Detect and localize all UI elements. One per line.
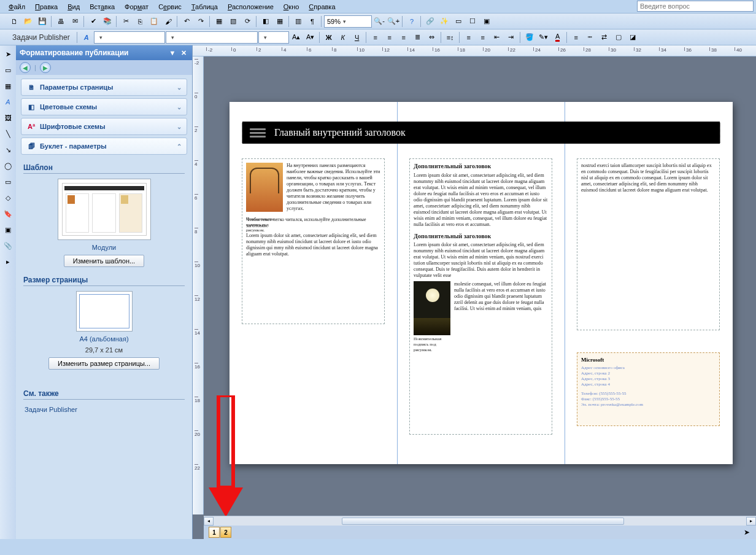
increase-indent-icon[interactable]: ⇥	[504, 31, 518, 44]
bookmark-tool-icon[interactable]: 🔖	[2, 208, 14, 220]
see-also-link-1[interactable]: Задачи Publisher	[23, 403, 185, 416]
print-icon[interactable]: 🖶	[54, 15, 68, 28]
col1-image[interactable]	[246, 163, 283, 212]
arrow-style-icon[interactable]: ⇄	[598, 31, 611, 44]
menu-view[interactable]: Вид	[63, 2, 85, 12]
contact-card[interactable]: Microsoft Адрес основного офиса Адрес, с…	[577, 352, 720, 426]
font-size-combo[interactable]	[258, 31, 289, 44]
task-pane-close-icon[interactable]: ✕	[179, 48, 188, 58]
table-tool-icon[interactable]: ▦	[2, 80, 14, 92]
menu-window[interactable]: Окно	[279, 2, 304, 12]
menu-format[interactable]: Формат	[120, 2, 153, 12]
scroll-left-icon[interactable]: ◂	[204, 517, 214, 526]
rectangle-tool-icon[interactable]: ▭	[2, 176, 14, 188]
decrease-indent-icon[interactable]: ⇤	[490, 31, 504, 44]
pointer-tool-icon[interactable]: ➤	[2, 48, 14, 60]
bring-front-icon[interactable]: ▦	[212, 15, 226, 28]
publication-page[interactable]: Главный внутренний заголовок На внутренн…	[230, 102, 733, 464]
task-pane-dropdown-icon[interactable]: ▼	[168, 48, 177, 58]
font-color-icon[interactable]: A	[551, 31, 565, 44]
accordion-booklet-options[interactable]: 🗐 Буклет - параметры ⌃	[21, 138, 187, 155]
font-combo[interactable]	[166, 31, 258, 44]
spellcheck-icon[interactable]: ✔	[87, 15, 100, 28]
accordion-font-schemes[interactable]: Aª Шрифтовые схемы ⌄	[21, 118, 187, 135]
line-spacing-icon[interactable]: ≡↕	[444, 31, 457, 44]
item-clip-icon[interactable]: 📎	[2, 239, 14, 252]
align-justify-icon[interactable]: ≣	[411, 31, 425, 44]
col2-image[interactable]	[414, 281, 450, 335]
ask-question-input[interactable]	[637, 1, 754, 12]
distribute-icon[interactable]: ⇔	[425, 31, 439, 44]
transparent-icon[interactable]: ◧	[259, 15, 272, 28]
hotspot-icon[interactable]: ▭	[452, 15, 465, 28]
align-right-icon[interactable]: ≡	[397, 31, 411, 44]
insert-table-icon[interactable]: ▦	[273, 15, 287, 28]
nav-back-icon[interactable]: ◀	[20, 62, 31, 73]
columns-icon[interactable]: ▥	[291, 15, 305, 28]
research-icon[interactable]: 📚	[101, 15, 114, 28]
shadow-icon[interactable]: ▢	[612, 31, 625, 44]
save-icon[interactable]: 💾	[36, 15, 49, 28]
autoshapes-tool-icon[interactable]: ◇	[2, 192, 14, 204]
form-control-icon[interactable]: ☐	[466, 15, 479, 28]
hyperlink-icon[interactable]: 🔗	[423, 15, 437, 28]
menu-edit[interactable]: Правка	[30, 2, 63, 12]
change-pagesize-button[interactable]: Изменить размер страницы...	[48, 357, 160, 370]
menu-help[interactable]: Справка	[304, 2, 340, 12]
line-style-icon[interactable]: ≡	[569, 31, 583, 44]
nav-forward-icon[interactable]: ▶	[40, 62, 51, 73]
horizontal-scrollbar[interactable]: ◂ ▸	[204, 516, 756, 526]
zoom-out-icon[interactable]: 🔍-	[372, 15, 386, 28]
paste-icon[interactable]: 📋	[147, 15, 161, 28]
main-heading-bar[interactable]: Главный внутренний заголовок	[242, 122, 720, 144]
numbered-list-icon[interactable]: ≡	[462, 31, 476, 44]
align-center-icon[interactable]: ≡	[383, 31, 396, 44]
col2-textbox[interactable]: Дополнительный заголовок Lorem ipsum dol…	[409, 158, 552, 435]
textbox-tool-icon[interactable]: ▭	[2, 64, 14, 76]
zoom-combo[interactable]: 59%	[324, 15, 372, 28]
web-preview-icon[interactable]: ✨	[438, 15, 451, 28]
send-back-icon[interactable]: ▧	[226, 15, 240, 28]
line-color-icon[interactable]: ✎▾	[537, 31, 550, 44]
style-combo[interactable]	[94, 31, 165, 44]
shrink-font-icon[interactable]: A▾	[304, 31, 317, 44]
dash-style-icon[interactable]: ┉	[584, 31, 597, 44]
page-tab-1[interactable]: 1	[209, 527, 220, 538]
html-fragment-icon[interactable]: ▣	[480, 15, 493, 28]
underline-icon[interactable]: Ч	[350, 31, 364, 44]
menu-service[interactable]: Сервис	[153, 2, 187, 12]
col1-textbox[interactable]: На внутренних панелях размещаются наибол…	[242, 158, 385, 324]
design-gallery-icon[interactable]: ▣	[2, 223, 14, 236]
change-template-button[interactable]: Изменить шаблон...	[64, 255, 144, 267]
accordion-color-schemes[interactable]: ◧ Цветовые схемы ⌄	[21, 98, 187, 115]
menu-file[interactable]: ФФайлайл	[4, 2, 30, 12]
grow-font-icon[interactable]: A▴	[290, 31, 303, 44]
rotate-icon[interactable]: ⟳	[241, 15, 254, 28]
align-left-icon[interactable]: ≡	[369, 31, 382, 44]
open-icon[interactable]: 📂	[21, 15, 35, 28]
cut-icon[interactable]: ✂	[119, 15, 133, 28]
paragraph-mark-icon[interactable]: ¶	[306, 15, 319, 28]
style-a-icon[interactable]: A	[80, 31, 93, 44]
3d-style-icon[interactable]: ◪	[626, 31, 639, 44]
zoom-in-icon[interactable]: 🔍+	[387, 15, 400, 28]
page-tab-2[interactable]: 2	[220, 527, 231, 538]
copy-icon[interactable]: ⎘	[133, 15, 147, 28]
bold-icon[interactable]: Ж	[322, 31, 336, 44]
col3-textbox[interactable]: nostrud exerci taion ullamcorper suscipi…	[577, 158, 720, 330]
new-doc-icon[interactable]: 🗋	[7, 15, 21, 28]
scroll-right-icon[interactable]: ▸	[746, 517, 756, 526]
menu-insert[interactable]: Вставка	[85, 2, 120, 12]
expand-icon[interactable]: ▸	[2, 255, 14, 268]
scrollbar-thumb[interactable]	[342, 518, 624, 525]
format-painter-icon[interactable]: 🖌	[161, 15, 175, 28]
accordion-page-options[interactable]: 🗎 Параметры страницы ⌄	[21, 79, 187, 96]
italic-icon[interactable]: К	[336, 31, 350, 44]
email-icon[interactable]: ✉	[68, 15, 82, 28]
fill-color-icon[interactable]: 🪣	[523, 31, 536, 44]
bulleted-list-icon[interactable]: ≡	[476, 31, 490, 44]
arrow-tool-icon[interactable]: ↘	[2, 144, 14, 156]
menu-table[interactable]: Таблица	[187, 2, 223, 12]
oval-tool-icon[interactable]: ◯	[2, 160, 14, 172]
document-canvas[interactable]: -20246810121416182022242628303234363840 …	[193, 45, 756, 539]
